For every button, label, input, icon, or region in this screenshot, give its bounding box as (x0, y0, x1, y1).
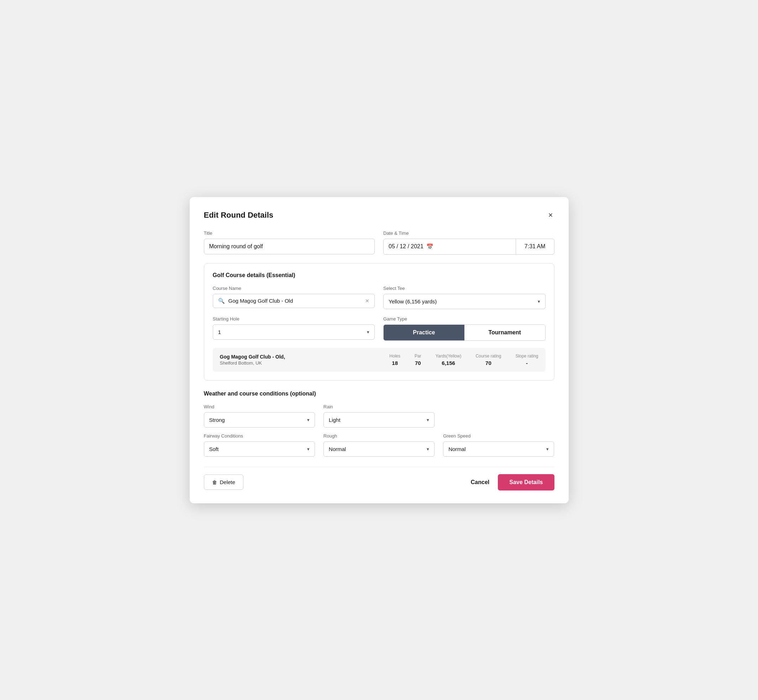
modal-title: Edit Round Details (204, 211, 274, 220)
course-info-name: Gog Magog Golf Club - Old, Shelford Bott… (220, 354, 376, 366)
holes-label: Holes (389, 353, 400, 359)
wind-field: Wind Strong ▾ (204, 404, 315, 428)
par-label: Par (415, 353, 421, 359)
course-info-name-text: Gog Magog Golf Club - Old, (220, 354, 376, 359)
trash-icon: 🗑 (212, 480, 217, 485)
slope-value: - (515, 360, 538, 366)
save-button[interactable]: Save Details (498, 474, 554, 491)
rain-value: Light (329, 417, 341, 423)
edit-round-modal: Edit Round Details × Title Date & Time 0… (190, 197, 568, 503)
delete-label: Delete (220, 479, 235, 485)
datetime-field-group: Date & Time 05 / 12 / 2021 📅 7:31 AM (383, 230, 554, 255)
fairway-label: Fairway Conditions (204, 433, 315, 439)
green-label: Green Speed (443, 433, 554, 439)
title-field-group: Title (204, 230, 375, 255)
slope-label: Slope rating (515, 353, 538, 359)
game-type-toggle: Practice Tournament (383, 324, 545, 341)
holes-value: 18 (389, 360, 400, 366)
date-input[interactable]: 05 / 12 / 2021 📅 (384, 239, 516, 254)
chevron-down-icon: ▾ (367, 330, 370, 335)
chevron-down-icon: ▾ (427, 417, 429, 423)
select-tee-label: Select Tee (383, 286, 545, 291)
chevron-down-icon: ▾ (307, 446, 310, 452)
modal-footer: 🗑 Delete Cancel Save Details (204, 467, 554, 491)
title-label: Title (204, 230, 375, 236)
chevron-down-icon: ▾ (427, 446, 429, 452)
yards-label: Yards(Yellow) (435, 353, 462, 359)
par-stat: Par 70 (415, 353, 421, 366)
starting-hole-value: 1 (218, 329, 221, 335)
rough-value: Normal (329, 446, 346, 452)
select-tee-group: Select Tee Yellow (6,156 yards) ▾ (383, 286, 545, 309)
time-input[interactable]: 7:31 AM (516, 239, 554, 254)
chevron-down-icon: ▾ (538, 299, 540, 304)
starting-hole-label: Starting Hole (213, 316, 375, 322)
wind-value: Strong (209, 417, 225, 423)
green-value: Normal (448, 446, 465, 452)
fairway-rough-green-row: Fairway Conditions Soft ▾ Rough Normal ▾… (204, 433, 554, 457)
course-tee-row: Course Name 🔍 ✕ Select Tee Yellow (6,156… (213, 286, 545, 309)
course-info-location: Shelford Bottom, UK (220, 360, 376, 366)
course-info-bar: Gog Magog Golf Club - Old, Shelford Bott… (213, 348, 545, 372)
select-tee-dropdown[interactable]: Yellow (6,156 yards) ▾ (383, 294, 545, 309)
green-field: Green Speed Normal ▾ (443, 433, 554, 457)
date-value: 05 / 12 / 2021 (388, 243, 423, 250)
rough-field: Rough Normal ▾ (324, 433, 434, 457)
yards-value: 6,156 (435, 360, 462, 366)
fairway-field: Fairway Conditions Soft ▾ (204, 433, 315, 457)
clear-course-icon[interactable]: ✕ (365, 298, 370, 304)
starting-hole-group: Starting Hole 1 ▾ (213, 316, 375, 341)
close-button[interactable]: × (547, 210, 554, 220)
tournament-button[interactable]: Tournament (464, 325, 545, 341)
rain-dropdown[interactable]: Light ▾ (324, 412, 434, 428)
green-dropdown[interactable]: Normal ▾ (443, 441, 554, 457)
rating-label: Course rating (475, 353, 501, 359)
fairway-dropdown[interactable]: Soft ▾ (204, 441, 315, 457)
search-icon: 🔍 (218, 298, 225, 304)
course-name-text-input[interactable] (229, 298, 362, 304)
datetime-label: Date & Time (383, 230, 554, 236)
weather-section-title: Weather and course conditions (optional) (204, 391, 554, 397)
wind-rain-row: Wind Strong ▾ Rain Light ▾ (204, 404, 554, 428)
game-type-group: Game Type Practice Tournament (383, 316, 545, 341)
weather-section: Weather and course conditions (optional)… (204, 391, 554, 457)
top-fields-row: Title Date & Time 05 / 12 / 2021 📅 7:31 … (204, 230, 554, 255)
delete-button[interactable]: 🗑 Delete (204, 475, 243, 490)
wind-label: Wind (204, 404, 315, 409)
modal-header: Edit Round Details × (204, 210, 554, 220)
select-tee-value: Yellow (6,156 yards) (388, 298, 437, 305)
course-section-title: Golf Course details (Essential) (213, 272, 545, 278)
footer-right-actions: Cancel Save Details (471, 474, 554, 491)
wind-dropdown[interactable]: Strong ▾ (204, 412, 315, 428)
golf-course-section: Golf Course details (Essential) Course N… (204, 263, 554, 381)
par-value: 70 (415, 360, 421, 366)
chevron-down-icon: ▾ (307, 417, 310, 423)
cancel-button[interactable]: Cancel (471, 479, 489, 486)
holes-stat: Holes 18 (389, 353, 400, 366)
practice-button[interactable]: Practice (384, 325, 464, 341)
rain-field: Rain Light ▾ (324, 404, 434, 428)
rating-stat: Course rating 70 (475, 353, 501, 366)
rough-label: Rough (324, 433, 434, 439)
title-input[interactable] (204, 239, 375, 254)
rough-dropdown[interactable]: Normal ▾ (324, 441, 434, 457)
time-value: 7:31 AM (525, 243, 545, 250)
game-type-label: Game Type (383, 316, 545, 322)
calendar-icon[interactable]: 📅 (426, 243, 434, 250)
slope-stat: Slope rating - (515, 353, 538, 366)
fairway-value: Soft (209, 446, 219, 452)
rating-value: 70 (475, 360, 501, 366)
chevron-down-icon: ▾ (546, 446, 549, 452)
rain-label: Rain (324, 404, 434, 409)
datetime-inputs: 05 / 12 / 2021 📅 7:31 AM (383, 239, 554, 255)
hole-gametype-row: Starting Hole 1 ▾ Game Type Practice Tou… (213, 316, 545, 341)
course-name-label: Course Name (213, 286, 375, 291)
course-name-group: Course Name 🔍 ✕ (213, 286, 375, 309)
starting-hole-dropdown[interactable]: 1 ▾ (213, 324, 375, 340)
course-search-input[interactable]: 🔍 ✕ (213, 294, 375, 308)
yards-stat: Yards(Yellow) 6,156 (435, 353, 462, 366)
